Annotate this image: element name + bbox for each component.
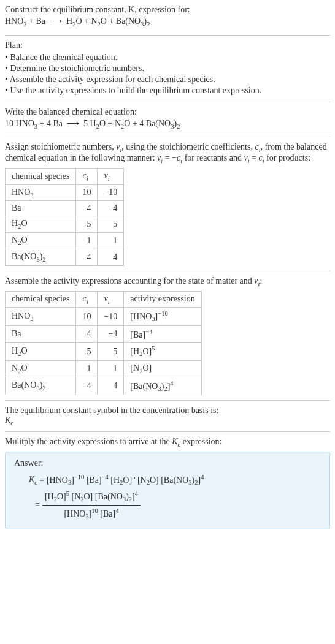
table-row: HNO3 10 −10 [HNO3]−10 — [6, 308, 202, 325]
table-row: Ba 4 −4 [Ba]−4 — [6, 325, 202, 343]
cell-v: 5 — [98, 216, 124, 233]
cell-species: N2O — [6, 360, 76, 377]
cell-c: 10 — [76, 184, 98, 201]
activity-table: chemical species ci νi activity expressi… — [5, 291, 202, 396]
cell-act: [H2O]5 — [124, 343, 201, 360]
table-row: N2O 1 1 [N2O] — [6, 360, 202, 377]
cell-c: 4 — [76, 325, 98, 343]
answer-box: Answer: Kc = [HNO3]−10 [Ba]−4 [H2O]5 [N2… — [5, 452, 330, 529]
fraction-denominator: [HNO3]10 [Ba]4 — [42, 506, 141, 522]
table-header-row: chemical species ci νi activity expressi… — [6, 291, 202, 308]
prompt-section: Construct the equilibrium constant, K, e… — [5, 5, 330, 35]
cell-species: Ba(NO3)2 — [6, 377, 76, 395]
col-v: νi — [98, 168, 124, 184]
cell-c: 5 — [76, 343, 98, 360]
stoich-text: Assign stoichiometric numbers, νi, using… — [5, 142, 330, 164]
stoich-section: Assign stoichiometric numbers, νi, using… — [5, 137, 330, 271]
fraction: [H2O]5 [N2O] [Ba(NO3)2]4 [HNO3]10 [Ba]4 — [42, 488, 141, 523]
balanced-heading: Write the balanced chemical equation: — [5, 107, 330, 117]
table-row: N2O 1 1 — [6, 233, 124, 249]
table-row: HNO3 10 −10 — [6, 184, 124, 201]
table-header-row: chemical species ci νi — [6, 168, 124, 184]
cell-act: [Ba(NO3)2]4 — [124, 377, 201, 395]
plan-heading: Plan: — [5, 40, 330, 50]
cell-c: 4 — [76, 201, 98, 216]
symbol-line1: The equilibrium constant symbol in the c… — [5, 406, 330, 415]
table-row: H2O 5 5 [H2O]5 — [6, 343, 202, 360]
cell-v: 1 — [98, 360, 124, 377]
cell-c: 5 — [76, 216, 98, 233]
plan-section: Plan: Balance the chemical equation. Det… — [5, 35, 330, 102]
cell-v: 4 — [98, 249, 124, 265]
cell-act: [N2O] — [124, 360, 201, 377]
plan-item: Balance the chemical equation. — [5, 53, 330, 63]
plan-item: Use the activity expressions to build th… — [5, 86, 330, 96]
table-row: Ba(NO3)2 4 4 — [6, 249, 124, 265]
fraction-numerator: [H2O]5 [N2O] [Ba(NO3)2]4 — [42, 488, 141, 506]
cell-v: −4 — [98, 201, 124, 216]
activity-heading: Assemble the activity expressions accoun… — [5, 276, 330, 287]
cell-species: N2O — [6, 233, 76, 249]
cell-v: 5 — [98, 343, 124, 360]
multiply-section: Mulitply the activity expressions to arr… — [5, 431, 330, 534]
activity-section: Assemble the activity expressions accoun… — [5, 271, 330, 400]
cell-species: H2O — [6, 343, 76, 360]
cell-species: Ba — [6, 201, 76, 216]
cell-species: Ba — [6, 325, 76, 343]
prompt-equation: HNO3 + Ba ⟶ H2O + N2O + Ba(NO3)2 — [5, 15, 330, 30]
balanced-equation: 10 HNO3 + 4 Ba ⟶ 5 H2O + N2O + 4 Ba(NO3)… — [5, 117, 330, 132]
answer-label: Answer: — [14, 458, 321, 468]
stoich-table: chemical species ci νi HNO3 10 −10 Ba 4 … — [5, 168, 124, 266]
cell-act: [Ba]−4 — [124, 325, 201, 343]
col-species: chemical species — [6, 168, 76, 184]
cell-species: Ba(NO3)2 — [6, 249, 76, 265]
cell-act: [HNO3]−10 — [124, 308, 201, 325]
col-c: ci — [76, 168, 98, 184]
cell-v: −4 — [98, 325, 124, 343]
cell-c: 4 — [76, 249, 98, 265]
prompt-line1: Construct the equilibrium constant, K, e… — [5, 5, 330, 15]
col-c: ci — [76, 291, 98, 308]
table-row: Ba 4 −4 — [6, 201, 124, 216]
table-row: H2O 5 5 — [6, 216, 124, 233]
answer-line2: = [H2O]5 [N2O] [Ba(NO3)2]4 [HNO3]10 [Ba]… — [29, 488, 321, 523]
cell-v: −10 — [98, 308, 124, 325]
col-act: activity expression — [124, 291, 201, 308]
cell-species: HNO3 — [6, 184, 76, 201]
symbol-kc: Kc — [5, 415, 330, 426]
plan-item: Determine the stoichiometric numbers. — [5, 64, 330, 74]
plan-item: Assemble the activity expression for eac… — [5, 75, 330, 85]
cell-v: −10 — [98, 184, 124, 201]
cell-v: 1 — [98, 233, 124, 249]
col-v: νi — [98, 291, 124, 308]
cell-c: 4 — [76, 377, 98, 395]
col-species: chemical species — [6, 291, 76, 308]
table-row: Ba(NO3)2 4 4 [Ba(NO3)2]4 — [6, 377, 202, 395]
answer-line1: Kc = [HNO3]−10 [Ba]−4 [H2O]5 [N2O] [Ba(N… — [29, 472, 321, 488]
cell-c: 10 — [76, 308, 98, 325]
cell-c: 1 — [76, 233, 98, 249]
cell-species: H2O — [6, 216, 76, 233]
multiply-text: Mulitply the activity expressions to arr… — [5, 437, 330, 448]
cell-c: 1 — [76, 360, 98, 377]
symbol-section: The equilibrium constant symbol in the c… — [5, 400, 330, 431]
plan-list: Balance the chemical equation. Determine… — [5, 53, 330, 96]
cell-v: 4 — [98, 377, 124, 395]
balanced-section: Write the balanced chemical equation: 10… — [5, 102, 330, 137]
cell-species: HNO3 — [6, 308, 76, 325]
